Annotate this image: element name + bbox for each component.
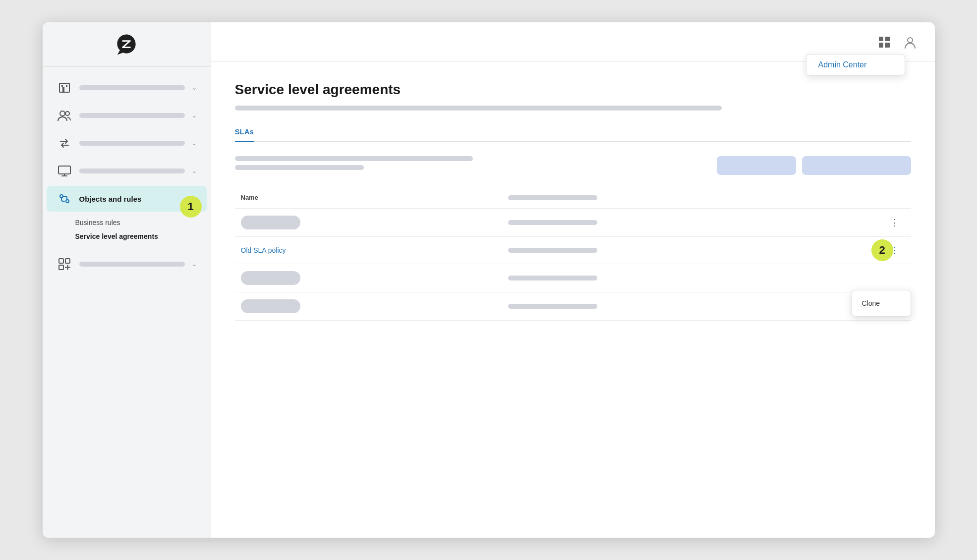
sidebar-item-label-bar bbox=[79, 113, 185, 118]
action-buttons bbox=[717, 156, 911, 175]
name-placeholder bbox=[241, 271, 300, 285]
table-row: ⋮ bbox=[235, 292, 911, 321]
sla-policy-link[interactable]: Old SLA policy bbox=[241, 246, 286, 254]
sla-table: Name bbox=[235, 187, 911, 321]
content-area: Service level agreements SLAs bbox=[211, 62, 935, 538]
sidebar-item-organization[interactable]: ⌄ bbox=[47, 75, 207, 101]
sidebar-item-service-level-agreements[interactable]: Service level agreements bbox=[75, 229, 211, 243]
table-header-row: Name bbox=[235, 187, 911, 209]
svg-rect-3 bbox=[66, 85, 67, 87]
table-row bbox=[235, 264, 911, 292]
metric-bar bbox=[508, 304, 597, 309]
sidebar-item-business-rules[interactable]: Business rules bbox=[75, 216, 211, 229]
action-desc-bar-2 bbox=[235, 165, 364, 170]
metric-bar bbox=[508, 276, 597, 280]
svg-rect-6 bbox=[58, 166, 70, 174]
svg-point-4 bbox=[60, 111, 65, 116]
page-title: Service level agreements bbox=[235, 82, 911, 98]
topbar: Admin Center bbox=[211, 22, 935, 62]
description-bar bbox=[235, 106, 722, 111]
cell-action: ⋮ bbox=[881, 209, 911, 237]
user-profile-icon[interactable] bbox=[901, 33, 919, 51]
sidebar-item-label-bar bbox=[79, 168, 185, 173]
cell-name bbox=[235, 209, 503, 237]
svg-rect-8 bbox=[65, 259, 70, 263]
chevron-down-icon: ⌄ bbox=[192, 168, 197, 174]
people-icon bbox=[57, 108, 72, 123]
cell-metric bbox=[502, 292, 881, 321]
cell-metric bbox=[502, 237, 881, 264]
sidebar-item-marketplace[interactable]: ⌄ bbox=[47, 251, 207, 277]
objects-icon bbox=[57, 191, 72, 207]
cell-name bbox=[235, 264, 503, 292]
svg-point-5 bbox=[65, 112, 69, 115]
svg-rect-9 bbox=[59, 265, 63, 270]
table-row: ⋮ bbox=[235, 209, 911, 237]
more-options-button[interactable]: ⋮ bbox=[887, 216, 902, 229]
cell-metric bbox=[502, 209, 881, 237]
action-button-2[interactable] bbox=[802, 156, 911, 175]
col-actions bbox=[881, 187, 911, 209]
cell-action bbox=[881, 264, 911, 292]
grid-icon-graphic bbox=[879, 37, 890, 48]
topbar-icons bbox=[875, 33, 919, 51]
name-placeholder bbox=[241, 299, 300, 313]
building-icon bbox=[57, 80, 72, 96]
chevron-down-icon: ⌄ bbox=[192, 112, 197, 119]
clone-menu-item[interactable]: Clone bbox=[852, 294, 911, 312]
sidebar-nav: ⌄ ⌄ ⌄ bbox=[43, 67, 211, 538]
table-row: Old SLA policy ⋮ 2 bbox=[235, 237, 911, 264]
col-name: Name bbox=[235, 187, 503, 209]
col-metric bbox=[502, 187, 881, 209]
apps-grid-icon[interactable] bbox=[875, 33, 893, 51]
svg-rect-7 bbox=[59, 259, 63, 263]
sidebar-item-people[interactable]: ⌄ bbox=[47, 103, 207, 128]
name-placeholder bbox=[241, 216, 300, 229]
chevron-down-icon: ⌄ bbox=[192, 84, 197, 91]
sidebar-item-workspace[interactable]: ⌄ bbox=[47, 158, 207, 184]
action-button-1[interactable] bbox=[717, 156, 796, 175]
svg-point-10 bbox=[908, 38, 913, 43]
cell-name bbox=[235, 292, 503, 321]
sidebar-item-channels[interactable]: ⌄ bbox=[47, 130, 207, 156]
step-badge-1: 1 bbox=[180, 196, 202, 218]
zendesk-logo-icon bbox=[113, 31, 140, 58]
monitor-icon bbox=[57, 163, 72, 179]
marketplace-icon bbox=[57, 256, 72, 272]
sidebar-item-label-bar bbox=[79, 85, 185, 90]
sidebar-item-label-bar bbox=[79, 262, 185, 267]
sidebar-item-label-bar bbox=[79, 141, 185, 146]
col-header-bar bbox=[508, 195, 597, 200]
arrows-icon bbox=[57, 135, 72, 151]
sidebar: ⌄ ⌄ ⌄ bbox=[43, 22, 211, 538]
sidebar-item-objects-rules[interactable]: Objects and rules ⌄ 1 bbox=[47, 186, 207, 212]
admin-center-link[interactable]: Admin Center bbox=[818, 60, 867, 69]
admin-center-dropdown: Admin Center bbox=[806, 54, 905, 76]
chevron-down-icon: ⌄ bbox=[192, 261, 197, 268]
svg-rect-1 bbox=[62, 87, 64, 92]
svg-rect-2 bbox=[61, 85, 63, 87]
sidebar-logo bbox=[43, 22, 211, 67]
objects-rules-subnav: Business rules Service level agreements bbox=[43, 214, 211, 245]
cell-name: Old SLA policy bbox=[235, 237, 503, 264]
cell-action: ⋮ 2 bbox=[881, 237, 911, 264]
tabs: SLAs bbox=[235, 122, 911, 142]
action-text-block bbox=[235, 156, 473, 170]
metric-bar bbox=[508, 220, 597, 225]
tab-slas[interactable]: SLAs bbox=[235, 122, 254, 142]
metric-bar bbox=[508, 248, 597, 253]
step-badge-2: 2 bbox=[871, 239, 893, 261]
action-row bbox=[235, 156, 911, 175]
clone-dropdown: Clone bbox=[852, 290, 911, 317]
chevron-down-icon: ⌄ bbox=[192, 140, 197, 147]
main-content: Admin Center Service level agreements SL… bbox=[211, 22, 935, 538]
sidebar-item-label: Objects and rules bbox=[79, 195, 142, 203]
cell-metric bbox=[502, 264, 881, 292]
action-desc-bar-1 bbox=[235, 156, 473, 161]
